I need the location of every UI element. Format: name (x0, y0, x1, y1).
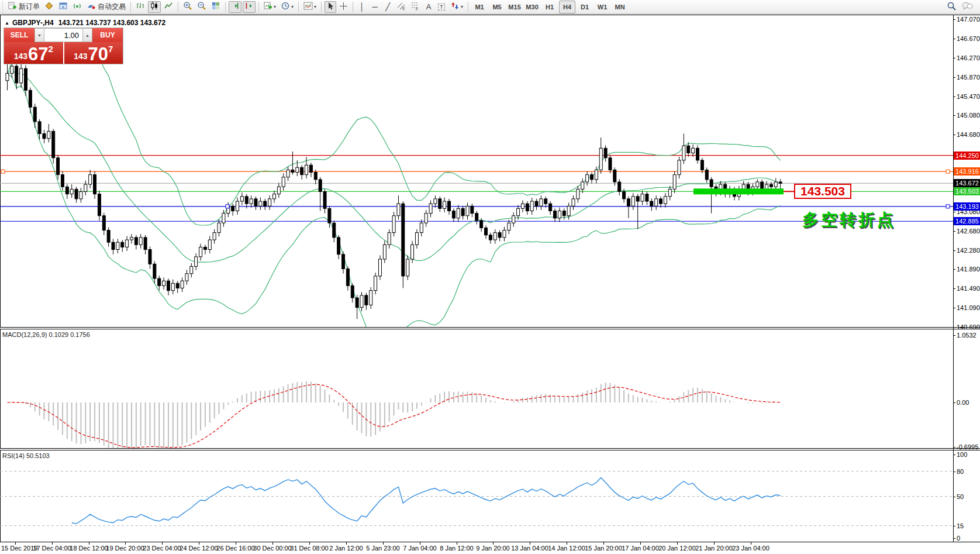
time-axis[interactable]: 15 Dec 201917 Dec 04:0018 Dec 12:0019 De… (0, 542, 980, 554)
support-highlight-bar[interactable] (693, 188, 784, 194)
data-window-button[interactable] (57, 1, 70, 13)
text-button[interactable]: A (423, 1, 434, 13)
candlestick-chart-button[interactable] (148, 1, 161, 13)
strategy-tester-button[interactable] (71, 1, 84, 13)
auto-trading-icon (87, 1, 96, 12)
trendline-button[interactable]: ╱ (382, 1, 394, 13)
cursor-icon (326, 2, 334, 12)
candle (765, 184, 768, 189)
candle (687, 146, 690, 153)
timeframe-button-h4[interactable]: H4 (559, 1, 575, 13)
candle (208, 240, 211, 250)
search-button[interactable] (945, 1, 958, 13)
axis-tick-mark (954, 39, 955, 39)
time-tick-label: 23 Dec 04:00 (143, 545, 181, 552)
sell-button[interactable]: SELL (4, 28, 34, 42)
axis-tick-mark (954, 472, 955, 472)
pivot-note-text[interactable]: 多空转折点 (802, 209, 896, 231)
cursor-button[interactable] (325, 1, 336, 13)
new-order-button[interactable]: 新订单 (6, 1, 42, 13)
candle (61, 175, 64, 187)
chart-shift-button[interactable] (243, 1, 256, 13)
fibonacci-button[interactable]: F (409, 1, 422, 13)
main-chart-canvas[interactable] (0, 15, 953, 327)
zoom-out-button[interactable] (195, 1, 208, 13)
candle (333, 223, 336, 238)
chat-button[interactable] (960, 1, 975, 13)
one-click-trading-panel: SELL ▼ ▲ BUY 143 67 2 143 70 7 (4, 27, 123, 64)
signal-icon (73, 1, 82, 12)
time-tick-label: 14 Jan 12:00 (548, 545, 585, 552)
timeframe-button-m15[interactable]: M15 (506, 1, 523, 13)
toolbar-separator (178, 2, 178, 12)
volume-down-button[interactable]: ▼ (34, 28, 44, 42)
horizontal-line-button[interactable]: ─ (369, 1, 381, 13)
line-chart-button[interactable] (162, 1, 175, 13)
channel-button[interactable]: E (395, 1, 408, 13)
buy-price-display[interactable]: 143 70 7 (64, 42, 123, 64)
bar-chart-button[interactable] (134, 1, 147, 13)
timeframe-button-w1[interactable]: W1 (594, 1, 610, 13)
candle (563, 211, 565, 216)
chat-icon (961, 1, 973, 12)
buy-button[interactable]: BUY (92, 28, 123, 42)
tile-windows-button[interactable] (209, 1, 222, 13)
candle (130, 238, 133, 240)
time-tick-label: 2 Jan 12:00 (329, 545, 363, 552)
toolbar-separator (258, 2, 259, 12)
timeframe-button-d1[interactable]: D1 (577, 1, 593, 13)
candle (475, 214, 478, 221)
candle (346, 269, 349, 286)
price-level-callout[interactable]: 143.503 (794, 184, 851, 199)
timeframe-button-mn[interactable]: MN (612, 1, 628, 13)
period-button[interactable]: ▾ (279, 1, 295, 13)
candle (383, 245, 386, 259)
chevron-down-icon: ▾ (461, 4, 463, 9)
sell-price-display[interactable]: 143 67 2 (4, 42, 63, 64)
volume-input[interactable] (44, 28, 82, 42)
crosshair-button[interactable] (337, 1, 350, 13)
zoom-in-button[interactable] (181, 1, 194, 13)
candle (116, 242, 119, 249)
line-handle[interactable] (1, 170, 5, 173)
toolbar-drag-handle (2, 2, 5, 12)
text-label-button[interactable]: T (436, 1, 447, 13)
rsi-pane-canvas[interactable] (0, 450, 953, 542)
axis-tick-mark (954, 308, 955, 308)
axis-tick-mark (954, 97, 955, 97)
market-watch-button[interactable] (43, 1, 56, 13)
macd-pane-canvas[interactable] (0, 329, 953, 448)
vertical-line-button[interactable]: │ (356, 1, 368, 13)
arrows-button[interactable]: ▾ (448, 1, 465, 13)
volume-up-button[interactable]: ▲ (82, 28, 92, 42)
line-handle[interactable] (226, 205, 229, 208)
chart-area: 15 Dec 201917 Dec 04:0018 Dec 12:0019 De… (0, 15, 980, 554)
candle (374, 276, 377, 291)
time-tick-label: 15 Jan 20:00 (585, 545, 622, 552)
timeframe-button-m1[interactable]: M1 (471, 1, 488, 13)
auto-trading-button[interactable]: 自动交易 (85, 1, 127, 13)
timeframe-button-h1[interactable]: H1 (541, 1, 558, 13)
new-chart-button[interactable]: ▾ (262, 1, 278, 13)
candle (503, 230, 506, 238)
price-axis[interactable]: 147.070146.670146.270145.870145.470145.0… (953, 15, 980, 542)
new-order-icon (8, 2, 17, 12)
candle (577, 189, 579, 199)
candle (195, 257, 198, 267)
candle (254, 199, 257, 206)
collapse-icon[interactable]: ▲ (5, 20, 9, 26)
toolbar: 新订单 自动交易 (0, 0, 980, 14)
indicators-button[interactable]: ▾ (302, 1, 318, 13)
candle (425, 214, 427, 223)
auto-scroll-button[interactable] (229, 1, 241, 13)
time-tick-label: 13 Jan 04:00 (511, 545, 548, 552)
candle (517, 208, 520, 215)
axis-tick-label: 145.080 (957, 112, 980, 119)
line-handle[interactable] (946, 170, 950, 173)
candle (554, 211, 557, 218)
line-handle[interactable] (946, 205, 950, 208)
timeframe-button-m30[interactable]: M30 (524, 1, 540, 13)
timeframe-button-m5[interactable]: M5 (489, 1, 505, 13)
candle (595, 170, 598, 180)
candle (494, 233, 496, 240)
